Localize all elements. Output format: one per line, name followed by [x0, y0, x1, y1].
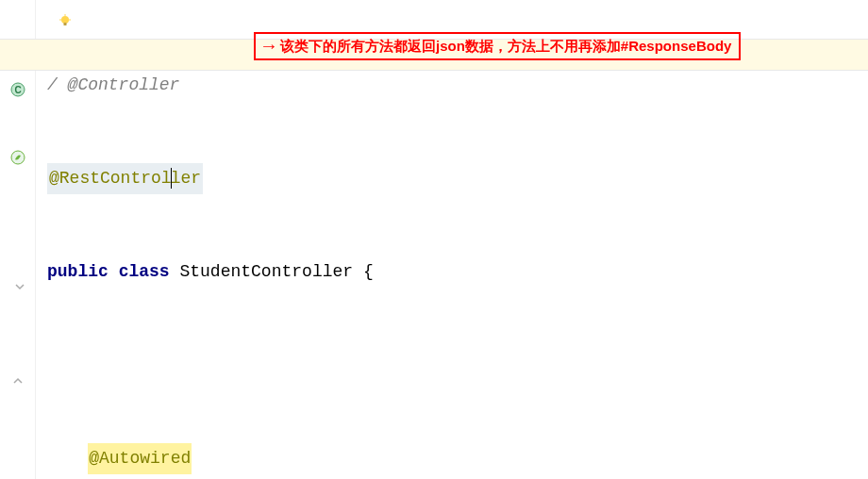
method-fold-icon[interactable] [13, 372, 23, 381]
code-line: public class StudentController { [47, 256, 868, 288]
arrow-right-icon: → [263, 36, 275, 58]
svg-rect-4 [64, 23, 67, 25]
code-line: @RestController [47, 163, 868, 194]
fold-expand-icon[interactable] [15, 277, 25, 287]
class-gutter-icon[interactable]: C [9, 81, 26, 98]
svg-text:C: C [14, 85, 21, 95]
editor-gutter: C [0, 0, 36, 479]
callout-text: 该类下的所有方法都返回json数据，方法上不用再添加#ResponseBody [280, 38, 731, 56]
code-editor[interactable]: / @Controller @RestController public cla… [36, 0, 868, 479]
code-line [47, 350, 868, 381]
code-line: / @Controller [47, 70, 868, 101]
intention-bulb-icon[interactable] [58, 13, 72, 26]
spring-bean-icon[interactable] [9, 149, 26, 166]
annotation-callout: → 该类下的所有方法都返回json数据，方法上不用再添加#ResponseBod… [254, 32, 741, 60]
code-line: @Autowired [47, 443, 868, 474]
svg-point-3 [61, 16, 69, 24]
